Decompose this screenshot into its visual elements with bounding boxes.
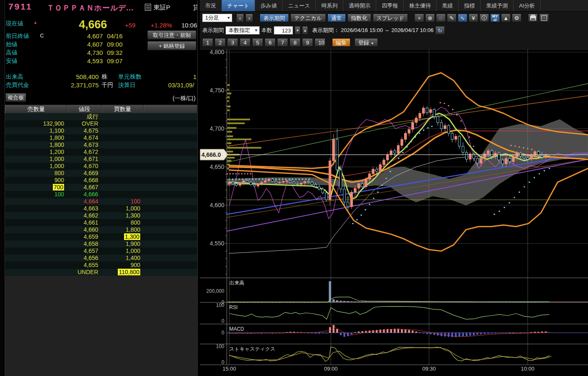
tab-AI分析[interactable]: AI分析 <box>514 0 541 11</box>
tab-四季報[interactable]: 四季報 <box>376 0 404 11</box>
crosshair-icon[interactable]: + <box>414 14 424 22</box>
svg-text:100: 100 <box>216 302 224 308</box>
toolbar-button-表示期間[interactable]: 表示期間 <box>260 14 289 22</box>
next-button[interactable]: › <box>246 14 253 22</box>
svg-text:15:00: 15:00 <box>223 366 236 372</box>
orderbook-row[interactable]: 4,6591,300 <box>5 233 197 240</box>
tab-時系列[interactable]: 時系列 <box>316 0 343 11</box>
market-segment: 東証P <box>154 4 170 12</box>
orderbook-row[interactable]: 4,6571,000 <box>5 247 197 255</box>
preset-button-3[interactable]: 3 <box>227 38 238 47</box>
orderbook-row[interactable]: 1,8004,674 <box>5 134 197 141</box>
print-icon[interactable] <box>528 14 538 22</box>
orderbook-row[interactable]: 7004,667 <box>5 184 197 191</box>
preset-button-7[interactable]: 7 <box>277 38 288 47</box>
period-mode-select[interactable]: 本数指定 ▼ <box>226 26 260 35</box>
collapsed-sidebar[interactable] <box>0 0 5 376</box>
yen-icon[interactable]: ¥ <box>469 14 478 22</box>
orderbook-pad-cell <box>144 219 197 226</box>
orderbook-row[interactable]: 4,664100 <box>5 198 197 205</box>
orderbook-buy-cell: 1,300 <box>102 233 144 240</box>
wrench-icon[interactable]: ⚙ <box>512 14 521 22</box>
tab-業績[interactable]: 業績 <box>437 0 459 11</box>
orderbook-row[interactable]: 132,900OVER <box>5 120 197 127</box>
export-icon[interactable]: ↑ <box>539 14 549 22</box>
orderbook-row[interactable]: 1004,666 <box>5 191 197 198</box>
preset-button-9[interactable]: 9 <box>302 38 313 47</box>
trend-cursor-icon[interactable]: ∿ <box>458 14 467 22</box>
orderbook-row[interactable]: 9004,668 <box>5 177 197 184</box>
stock-name[interactable]: ＴＯＰＰＡＮホールデ... <box>47 3 134 13</box>
refresh-icon[interactable]: ↻ <box>435 26 445 35</box>
orderbook-row[interactable]: 8004,669 <box>5 170 197 177</box>
zoom-out-icon[interactable]: ⊖ <box>436 14 446 22</box>
open-time: 09:00 <box>107 41 123 48</box>
orderbook-row[interactable]: 1,2004,672 <box>5 148 197 156</box>
orderbook-row[interactable]: 4,6631,000 <box>5 205 197 212</box>
zoom-in-icon[interactable]: ⊕ <box>425 14 435 22</box>
svg-text:MACD: MACD <box>229 326 244 332</box>
svg-text:出来高: 出来高 <box>229 280 244 286</box>
svg-text:100: 100 <box>216 344 224 349</box>
orderbook-row[interactable]: 1,8004,673 <box>5 141 197 148</box>
tab-株主優待[interactable]: 株主優待 <box>404 0 437 11</box>
volume-label: 出来高 <box>6 73 23 81</box>
price-chart[interactable]: 4,8004,7504,7004,6504,6004,55015:0009:00… <box>200 48 588 376</box>
edit-button[interactable]: 編集 <box>332 38 350 47</box>
my-chart-icon[interactable]: MYııl <box>490 14 500 22</box>
orderbook-row[interactable]: 1,0004,671 <box>5 156 197 163</box>
mountain-icon[interactable]: ▲ <box>501 14 511 22</box>
tab-適時開示[interactable]: 適時開示 <box>343 0 376 11</box>
interval-select[interactable]: 1分足 ▼ <box>202 14 232 22</box>
orderbook-row[interactable]: UNDER110,800 <box>5 269 197 276</box>
tab-業績予測[interactable]: 業績予測 <box>481 0 514 11</box>
tab-歩み値[interactable]: 歩み値 <box>255 0 283 11</box>
orderbook-row[interactable]: 4,655900 <box>5 262 197 269</box>
orderbook-price-cell: UNDER <box>67 269 102 276</box>
orderbook-pad-cell <box>144 255 197 262</box>
orderbook-row[interactable]: 4,6621,300 <box>5 212 197 219</box>
preset-button-1[interactable]: 1 <box>202 38 213 47</box>
composite-board-button[interactable]: 複合板 <box>5 93 26 102</box>
orderbook-row[interactable]: 1,1004,675 <box>5 127 197 134</box>
period-toolbar: 表示期間 本数指定 ▼ 本数 ▼ ▲ 表示期間： 2026/04/16 15:0… <box>200 24 588 37</box>
register-preset-button[interactable]: 登録 ▼ <box>355 38 378 47</box>
pencil-icon[interactable]: ✎ <box>447 14 457 22</box>
orderbook-sell-cell: 1,200 <box>5 148 67 156</box>
preset-button-2[interactable]: 2 <box>215 38 226 47</box>
prev-button[interactable]: ‹ <box>236 14 244 22</box>
tab-チャート[interactable]: チャート <box>222 0 255 11</box>
tab-ニュース[interactable]: ニュース <box>283 0 316 11</box>
orderbook-sell-cell <box>5 269 67 276</box>
trade-caution-button[interactable]: 取引注意・規制 <box>147 30 196 40</box>
orderbook-row[interactable]: 4,6601,800 <box>5 226 197 233</box>
bar-count-input[interactable] <box>274 26 293 35</box>
preset-button-4[interactable]: 4 <box>240 38 251 47</box>
chart-toolbar: 1分足 ▼ ‹ › 表示期間テクニカル通常指数化スプレッド +⊕⊖✎∿¥ⓘMYı… <box>200 12 588 24</box>
count-up-icon[interactable]: ▲ <box>302 26 308 35</box>
count-down-icon[interactable]: ▼ <box>295 26 300 35</box>
orderbook-buy-cell: 800 <box>102 219 144 226</box>
toolbar-button-指数化[interactable]: 指数化 <box>347 14 371 22</box>
orderbook-price-cell: 4,659 <box>67 233 102 240</box>
toolbar-button-スプレッド[interactable]: スプレッド <box>373 14 408 22</box>
preset-button-8[interactable]: 8 <box>290 38 300 47</box>
preset-button-5[interactable]: 5 <box>252 38 263 47</box>
settlement-value: 03/31,09/ <box>168 82 194 89</box>
tab-指標[interactable]: 指標 <box>459 0 481 11</box>
info-icon[interactable]: ⓘ <box>479 14 489 22</box>
orderbook-row[interactable]: 成行 <box>5 113 197 120</box>
preset-button-6[interactable]: 6 <box>265 38 275 47</box>
toolbar-button-テクニカル[interactable]: テクニカル <box>290 14 326 22</box>
document-icon[interactable] <box>145 4 151 11</box>
toolbar-button-通常[interactable]: 通常 <box>327 14 346 22</box>
orderbook-row[interactable]: 1,0004,670 <box>5 163 197 170</box>
orderbook-price-cell: 4,656 <box>67 255 102 262</box>
orderbook-row[interactable]: 4,6581,900 <box>5 240 197 247</box>
orderbook-buy-cell: 1,300 <box>102 212 144 219</box>
register-symbol-button[interactable]: + 銘柄登録 <box>147 41 196 50</box>
orderbook-row[interactable]: 4,661800 <box>5 219 197 226</box>
orderbook-row[interactable]: 4,6561,400 <box>5 255 197 262</box>
tab-市況[interactable]: 市況 <box>200 0 222 11</box>
preset-button-10[interactable]: 10 <box>315 38 325 47</box>
